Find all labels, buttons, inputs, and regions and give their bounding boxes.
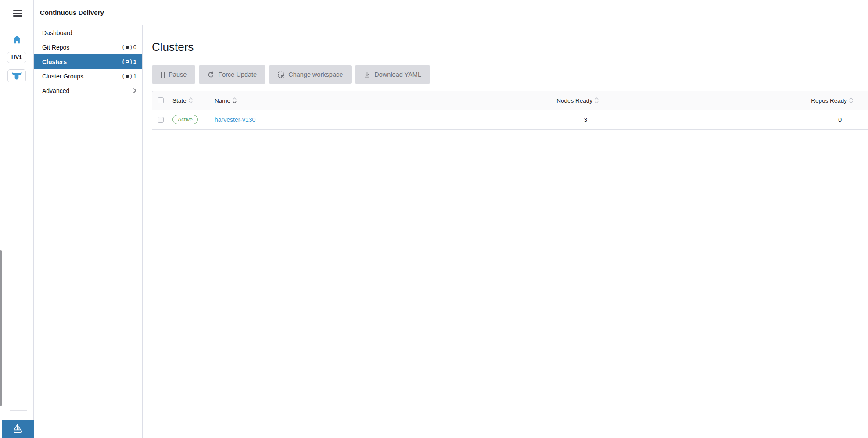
harvester-nav-button[interactable] [7,69,26,82]
sidebar-item-cluster-groups[interactable]: Cluster Groups () 1 [34,69,142,83]
select-all-checkbox[interactable] [158,97,164,103]
status-badge: Active [172,115,198,124]
app-title: Continuous Delivery [40,9,104,16]
download-yaml-button[interactable]: Download YAML [355,65,430,84]
pause-icon [161,72,165,78]
sort-icon [849,97,853,103]
clusters-table: State Name Nodes Ready [152,91,868,130]
item-count: 0 [133,44,136,50]
sidebar-item-label: Git Repos [42,44,122,51]
page-title: Clusters [152,40,868,54]
force-update-button[interactable]: Force Update [199,65,265,84]
support-button[interactable] [2,420,34,438]
column-header-state[interactable]: State [172,97,215,104]
refresh-icon [208,71,214,78]
left-icon-rail: HV1 [0,0,34,438]
sailboat-icon [12,423,24,434]
sidebar-item-label: Dashboard [42,29,136,36]
sort-icon-active [233,97,237,103]
button-label: Pause [169,71,187,78]
counter-icon: ( [122,44,124,50]
sort-icon [595,97,599,103]
sidebar-item-dashboard[interactable]: Dashboard [34,25,142,40]
cluster-name-link[interactable]: harvester-v130 [215,116,255,123]
sidebar-item-clusters[interactable]: Clusters () 1 [34,54,142,69]
sidebar-item-label: Clusters [42,58,122,65]
rail-divider [10,410,27,411]
action-toolbar: Pause Force Update Change workspace [152,65,868,84]
hamburger-menu-button[interactable] [13,10,22,17]
row-checkbox[interactable] [158,117,164,123]
button-label: Change workspace [288,71,343,78]
item-count-badge: () 0 [122,44,136,50]
item-count: 1 [133,58,136,65]
cluster-badge-label: HV1 [11,54,22,61]
sidebar-item-label: Advanced [42,87,133,94]
home-nav-button[interactable] [0,33,34,46]
chevron-right-icon [133,88,136,93]
home-icon [12,36,22,44]
button-label: Download YAML [374,71,421,78]
nodes-ready-value: 3 [420,116,613,123]
cluster-switcher-hv1[interactable]: HV1 [7,52,26,63]
item-count-badge: () 1 [122,58,136,65]
pause-button[interactable]: Pause [152,65,195,84]
table-row[interactable]: Active harvester-v130 3 0 [152,110,868,129]
column-header-repos-ready[interactable]: Repos Ready [613,97,868,104]
sidebar-item-label: Cluster Groups [42,73,122,80]
download-icon [364,71,370,78]
cow-icon [11,72,22,80]
top-bar: Continuous Delivery [34,0,868,25]
button-label: Force Update [218,71,257,78]
column-header-name[interactable]: Name [215,97,420,104]
sidebar-item-git-repos[interactable]: Git Repos () 0 [34,40,142,54]
counter-icon: ( [122,59,124,64]
change-workspace-button[interactable]: Change workspace [269,65,352,84]
repos-ready-value: 0 [613,116,868,123]
sidebar-item-advanced[interactable]: Advanced [34,83,142,98]
counter-icon: ( [122,73,124,78]
table-header-row: State Name Nodes Ready [152,91,868,110]
side-navigation: Dashboard Git Repos () 0 Clusters () 1 C… [34,25,143,438]
side-scrollbar-thumb[interactable] [0,250,2,406]
item-count: 1 [133,73,136,79]
item-count-badge: () 1 [122,73,136,79]
main-content: Clusters Pause Force Update Change works… [143,25,868,438]
workspace-icon [278,71,284,78]
sort-icon [189,97,193,103]
column-header-nodes-ready[interactable]: Nodes Ready [420,97,613,104]
